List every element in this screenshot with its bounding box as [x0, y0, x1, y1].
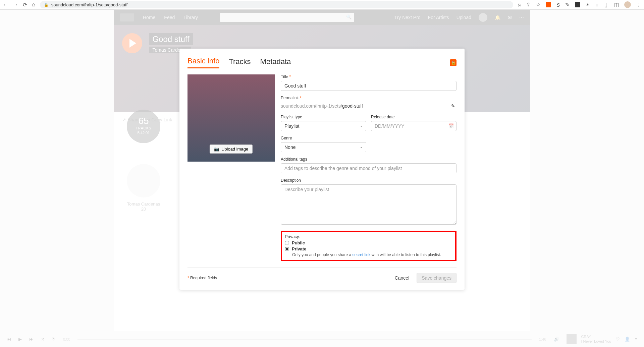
reload-icon[interactable]: ⟳ [23, 2, 27, 8]
share-url-icon[interactable]: ⇪ [526, 2, 531, 8]
label-permalink: Permalink [281, 96, 457, 100]
home-icon[interactable]: ⌂ [32, 2, 35, 8]
privacy-private-radio[interactable] [285, 247, 289, 251]
label-title: Title [281, 74, 457, 79]
tab-tracks[interactable]: Tracks [229, 57, 251, 68]
tags-input[interactable] [281, 163, 457, 173]
metamask-icon[interactable] [546, 2, 551, 7]
label-description: Description [281, 178, 457, 183]
ext-misc-icon[interactable]: ✎ [565, 2, 570, 8]
description-textarea[interactable] [281, 184, 457, 225]
cancel-button[interactable]: Cancel [391, 273, 414, 283]
ext-brave-icon[interactable] [575, 2, 580, 7]
label-release-date: Release date [371, 115, 457, 119]
secret-link[interactable]: secret link [352, 252, 370, 257]
lock-badge-icon: 🔒 [450, 59, 457, 66]
privacy-private-label[interactable]: Private [292, 246, 306, 251]
sidepanel-icon[interactable]: ◫ [614, 2, 619, 8]
privacy-private-desc: Only you and people you share a secret l… [292, 252, 452, 257]
url-text: soundcloud.com/fhritp-1/sets/good-stuff [51, 2, 127, 7]
url-bar[interactable]: 🔒 soundcloud.com/fhritp-1/sets/good-stuf… [40, 1, 514, 8]
tab-metadata[interactable]: Metadata [260, 57, 291, 68]
forward-icon[interactable]: → [13, 2, 18, 8]
privacy-label: Privacy: [285, 234, 452, 239]
release-date-input[interactable] [371, 121, 457, 131]
back-icon[interactable]: ← [3, 2, 8, 8]
edit-permalink-icon[interactable]: ✎ [450, 102, 457, 110]
permalink-slug: good-stuff [342, 103, 363, 109]
extensions-icon[interactable]: ✶ [586, 2, 590, 8]
permalink-prefix: soundcloud.com/fhritp-1/sets/ [281, 103, 342, 109]
profile-avatar-icon[interactable] [624, 1, 631, 8]
camera-icon: 📷 [214, 147, 219, 152]
title-input[interactable] [281, 81, 457, 91]
save-button[interactable]: Save changes [417, 273, 457, 283]
privacy-public-label[interactable]: Public [292, 240, 305, 245]
ext-s-icon[interactable]: S [556, 2, 560, 8]
edit-playlist-modal: Basic info Tracks Metadata 🔒 📷 Upload im… [179, 49, 465, 290]
upload-image-button[interactable]: 📷 Upload image [210, 144, 253, 154]
star-icon[interactable]: ☆ [536, 2, 540, 8]
label-tags: Additional tags [281, 157, 457, 162]
menu-icon[interactable]: ⋮ [636, 2, 641, 8]
label-genre: Genre [281, 136, 366, 140]
playlist-artwork: 📷 Upload image [187, 74, 275, 162]
label-playlist-type: Playlist type [281, 115, 366, 119]
required-note: * Required fields [187, 276, 217, 280]
playlist-icon[interactable]: ≡ [595, 2, 598, 8]
privacy-public-radio[interactable] [285, 241, 289, 245]
privacy-section: Privacy: Public Private Only you and peo… [281, 231, 457, 261]
install-icon[interactable]: ⎘ [518, 2, 521, 8]
tab-basic-info[interactable]: Basic info [187, 57, 219, 68]
browser-toolbar: ← → ⟳ ⌂ 🔒 soundcloud.com/fhritp-1/sets/g… [0, 0, 644, 10]
lock-icon: 🔒 [44, 3, 49, 7]
download-icon[interactable]: ⭳ [604, 2, 609, 8]
playlist-type-select[interactable]: Playlist [281, 121, 366, 131]
genre-select[interactable]: None [281, 142, 366, 152]
